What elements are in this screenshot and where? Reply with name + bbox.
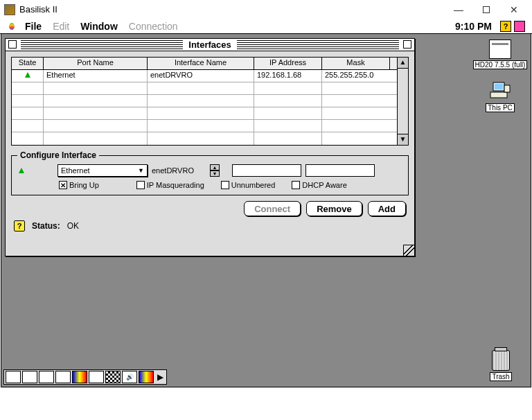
add-button[interactable]: Add (368, 201, 406, 216)
ip-input[interactable] (232, 164, 301, 177)
dock-item-4[interactable] (55, 371, 71, 383)
up-arrow-icon (25, 72, 30, 78)
cell-port: Ethernet (44, 70, 148, 82)
desktop-icon-pc-label: This PC (486, 103, 515, 112)
table-header-row: State Port Name Interface Name IP Addres… (12, 58, 397, 70)
close-button[interactable]: ✕ (500, 1, 528, 18)
menubar-extra-icon[interactable] (514, 21, 525, 32)
mac-menubar: File Edit Window Connection 9:10 PM ? (0, 19, 532, 34)
checkbox-icon (221, 181, 229, 189)
apple-menu-icon[interactable] (7, 21, 17, 31)
table-scrollbar[interactable]: ▲ ▼ (397, 58, 408, 145)
help-menu-icon[interactable]: ? (500, 21, 511, 32)
app-icon (4, 4, 15, 15)
dock-item-7[interactable] (105, 371, 121, 383)
configure-groupbox: Configure Interface Ethernet enetDRVRO ▲… (11, 155, 409, 195)
col-port: Port Name (44, 58, 148, 69)
col-iface: Interface Name (148, 58, 254, 69)
table-row[interactable] (12, 82, 397, 95)
status-label: Status: (32, 221, 60, 231)
minimize-button[interactable]: — (445, 1, 472, 18)
table-row[interactable] (12, 95, 397, 107)
desktop-icon-hd-label: HD20 7.5.5 (full) (473, 60, 528, 69)
table-row[interactable] (12, 120, 397, 132)
maximize-button[interactable] (472, 1, 500, 18)
dock-item-3[interactable] (39, 371, 54, 383)
connect-button[interactable]: Connect (244, 201, 301, 216)
menu-file[interactable]: File (25, 21, 42, 32)
scroll-track[interactable] (398, 69, 408, 134)
checkbox-icon: ✕ (59, 181, 67, 189)
trash-icon (492, 350, 510, 371)
help-icon[interactable]: ? (14, 220, 25, 231)
window-titlebar[interactable]: Interfaces (6, 39, 414, 51)
port-combo[interactable]: Ethernet (57, 164, 148, 177)
dock-item-9[interactable] (139, 371, 154, 383)
buttons-row: Connect Remove Add (11, 201, 409, 216)
window-close-box[interactable] (8, 40, 17, 49)
desktop-icon-pc[interactable]: This PC (479, 81, 521, 112)
cell-ip: 192.168.1.68 (254, 70, 322, 82)
window-grow-handle[interactable] (403, 245, 414, 256)
cell-iface: enetDRVRO (148, 70, 254, 82)
table-row[interactable] (12, 132, 397, 145)
dock-item-6[interactable] (89, 371, 104, 383)
status-value: OK (67, 221, 79, 231)
checkbox-icon (292, 181, 300, 189)
bring-up-checkbox[interactable]: ✕ Bring Up (59, 181, 99, 189)
dock-expand-arrow[interactable]: ▶ (155, 371, 165, 383)
stepper[interactable]: ▲ ▼ (210, 164, 220, 177)
remove-button[interactable]: Remove (306, 201, 362, 216)
dock-item-2[interactable] (22, 371, 37, 383)
cell-mask: 255.255.255.0 (322, 70, 390, 82)
mac-desktop[interactable]: HD20 7.5.5 (full) This PC Trash 🔊 ▶ Inte… (1, 34, 531, 387)
mask-input[interactable] (305, 164, 375, 177)
table-row[interactable]: Ethernet enetDRVRO 192.168.1.68 255.255.… (12, 70, 397, 82)
dock-item-5[interactable] (72, 371, 87, 383)
status-row: ? Status: OK (11, 220, 409, 231)
menu-window[interactable]: Window (80, 21, 118, 32)
iface-name-label: enetDRVRO (152, 166, 206, 175)
svg-rect-1 (495, 84, 503, 89)
unnumbered-checkbox[interactable]: Unnumbered (221, 181, 276, 189)
host-title: Basilisk II (19, 4, 57, 15)
interfaces-window: Interfaces State Port Name Interface Nam… (5, 38, 415, 256)
stepper-up[interactable]: ▲ (210, 164, 220, 170)
menubar-clock[interactable]: 9:10 PM (455, 21, 492, 32)
up-arrow-icon (19, 168, 24, 173)
menu-connection: Connection (129, 21, 178, 32)
col-ip: IP Address (254, 58, 322, 69)
window-title: Interfaces (183, 40, 236, 50)
ip-masq-checkbox[interactable]: IP Masquerading (136, 181, 204, 189)
control-strip[interactable]: 🔊 ▶ (3, 369, 167, 385)
cell-state (12, 70, 44, 82)
interfaces-table: State Port Name Interface Name IP Addres… (11, 57, 409, 146)
dhcp-aware-checkbox[interactable]: DHCP Aware (292, 181, 346, 189)
host-titlebar: Basilisk II — ✕ (0, 0, 532, 19)
menu-edit: Edit (53, 21, 69, 32)
scroll-up-arrow[interactable]: ▲ (398, 58, 408, 69)
col-mask: Mask (322, 58, 390, 69)
col-state: State (12, 58, 44, 69)
dock-item-1[interactable] (6, 371, 21, 383)
window-zoom-box[interactable] (403, 40, 411, 49)
stepper-down[interactable]: ▼ (210, 170, 220, 177)
checkbox-icon (136, 181, 145, 189)
dock-item-sound[interactable]: 🔊 (122, 371, 137, 383)
svg-rect-3 (504, 85, 510, 92)
svg-rect-2 (490, 92, 507, 98)
configure-legend: Configure Interface (17, 150, 99, 160)
desktop-icon-hd[interactable]: HD20 7.5.5 (full) (472, 40, 528, 69)
table-row[interactable] (12, 107, 397, 120)
desktop-icon-trash-label: Trash (490, 372, 511, 381)
desktop-icon-trash[interactable]: Trash (484, 350, 518, 381)
scroll-down-arrow[interactable]: ▼ (398, 134, 408, 145)
